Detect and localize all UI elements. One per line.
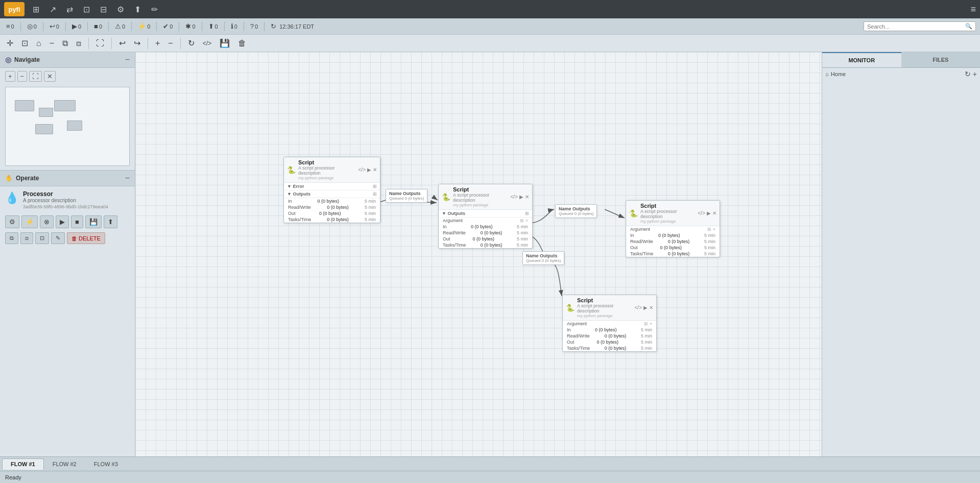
files-path: ⌂ Home	[825, 71, 846, 77]
view-action-btn[interactable]: ⊡	[35, 232, 49, 244]
tool-separator	[88, 38, 89, 49]
flow-node-4[interactable]: 🐍 Script A script processor description …	[562, 295, 657, 352]
delete-tool-btn[interactable]: 🗑	[235, 37, 249, 50]
node2-close-btn[interactable]: ✕	[525, 194, 529, 200]
refresh-tool-btn[interactable]: ↻	[185, 37, 197, 50]
save-tool-btn[interactable]: 💾	[217, 37, 232, 50]
node1-python-icon: 🐍	[287, 166, 296, 174]
processor-icon: 💧	[5, 191, 19, 205]
hamburger-button[interactable]: ≡	[970, 4, 976, 15]
flow-node-3[interactable]: 🐍 Script A script processor description …	[626, 200, 720, 257]
zoom-out-btn[interactable]: −	[17, 71, 28, 82]
node3-play-btn[interactable]: ▶	[707, 210, 711, 216]
node3-code-btn[interactable]: </>	[698, 210, 705, 216]
add-tool-btn[interactable]: +	[153, 37, 162, 50]
nav-btn-4[interactable]: ⊡	[81, 4, 92, 15]
node1-code-btn[interactable]: </>	[358, 167, 366, 173]
node1-close-btn[interactable]: ✕	[373, 167, 377, 173]
divider	[20, 22, 21, 31]
select-tool-btn[interactable]: ⊡	[19, 37, 31, 50]
node3-title: Script	[640, 203, 698, 209]
nav-btn-5[interactable]: ⊟	[98, 4, 109, 15]
node1-outputs-section: ▼ Outputs ⊞	[284, 190, 380, 198]
move-tool-btn[interactable]: ✛	[4, 37, 16, 50]
node2-row-rw: Read/Write 0 (0 bytes) 5 min	[439, 230, 532, 236]
stat-warn: ⚠ 0	[113, 22, 127, 30]
home-tool-btn[interactable]: ⌂	[34, 37, 44, 50]
node4-pkg: my python package	[577, 313, 635, 318]
node4-code-btn[interactable]: </>	[635, 305, 642, 310]
center-btn[interactable]: ✕	[44, 71, 56, 82]
node4-header: 🐍 Script A script processor description …	[563, 295, 656, 321]
app-logo: pyfi	[4, 2, 25, 16]
play-op-btn[interactable]: ▶	[56, 215, 69, 228]
tool-separator4	[180, 38, 181, 49]
tool-separator3	[148, 38, 148, 49]
navigate-minimize-btn[interactable]: −	[125, 55, 130, 64]
stat-play: ▶ 0	[70, 22, 83, 30]
nav-btn-8[interactable]: ✏	[149, 4, 160, 15]
node3-row-in: In 0 (0 bytes) 5 min	[626, 232, 720, 238]
nav-btn-2[interactable]: ↗	[47, 4, 58, 15]
refresh-time-icon: ↻	[271, 22, 276, 30]
fit-tool-btn[interactable]: ⛶	[93, 37, 107, 50]
node1-row-in: In 0 (0 bytes) 5 min	[284, 198, 380, 204]
node2-title: Script	[453, 186, 511, 192]
stat-check-value: 0	[170, 23, 173, 30]
edit-action-btn[interactable]: ✎	[51, 232, 65, 244]
files-refresh-btn[interactable]: ↻	[965, 70, 971, 78]
upload-icon: ⬆	[208, 22, 214, 30]
copy-tool-btn[interactable]: ⧉	[60, 37, 70, 50]
operate-minimize-btn[interactable]: −	[125, 174, 130, 183]
redo-tool-btn[interactable]: ↪	[131, 37, 143, 50]
navigate-panel: ◎ Navigate − + − ⛶ ✕	[0, 52, 135, 171]
minus-tool-btn[interactable]: −	[165, 37, 175, 50]
navigate-label: Navigate	[14, 56, 40, 63]
node4-title: Script	[577, 297, 635, 303]
paste-action-btn[interactable]: ⧈	[20, 232, 33, 244]
stat-info-value: 0	[234, 23, 237, 30]
node2-play-btn[interactable]: ▶	[519, 194, 523, 200]
node1-pkg: my python package	[298, 176, 358, 180]
flow-node-2[interactable]: 🐍 Script A script processor description …	[438, 184, 533, 249]
settings-btn[interactable]: ⚙	[5, 215, 19, 228]
nav-btn-3[interactable]: ⇄	[64, 4, 75, 15]
canvas[interactable]: 🐍 Script A script processor description …	[135, 52, 822, 456]
tab-flow-2[interactable]: FLOW #2	[44, 458, 85, 470]
nav-btn-6[interactable]: ⚙	[115, 4, 126, 15]
node4-play-btn[interactable]: ▶	[643, 305, 648, 310]
files-add-btn[interactable]: +	[973, 70, 977, 78]
third-toolbar: ✛ ⊡ ⌂ − ⧉ ⧈ ⛶ ↩ ↪ + − ↻ </> 💾 🗑	[0, 35, 980, 52]
tab-flow-3[interactable]: FLOW #3	[85, 458, 127, 470]
zoom-in-btn[interactable]: +	[5, 71, 15, 82]
paste-tool-btn[interactable]: ⧈	[74, 37, 84, 50]
node1-play-btn[interactable]: ▶	[367, 167, 371, 173]
search-container[interactable]: 🔍	[864, 21, 976, 31]
node2-code-btn[interactable]: </>	[511, 194, 518, 200]
stat-stop: ■ 0	[92, 22, 104, 30]
nav-btn-7[interactable]: ⬆	[132, 4, 143, 15]
tab-flow-1[interactable]: FLOW #1	[2, 458, 44, 470]
fit-view-btn[interactable]: ⛶	[29, 71, 42, 82]
upload-op-btn[interactable]: ⬆	[104, 215, 117, 228]
node3-close-btn[interactable]: ✕	[712, 210, 716, 216]
copy-action-btn[interactable]: ⧉	[5, 232, 18, 244]
save-op-btn[interactable]: 💾	[85, 215, 102, 228]
tab-monitor[interactable]: MONITOR	[822, 52, 901, 67]
delete-action-btn[interactable]: 🗑 DELETE	[67, 232, 105, 244]
tab-files[interactable]: FILES	[901, 52, 981, 67]
node4-close-btn[interactable]: ✕	[649, 305, 653, 310]
minimap-node-3	[54, 100, 76, 111]
flow-node-1[interactable]: 🐍 Script A script processor description …	[283, 157, 380, 223]
undo-tool-btn[interactable]: ↩	[116, 37, 128, 50]
flash-btn[interactable]: ⚡	[21, 215, 38, 228]
remove-tool-btn[interactable]: −	[47, 37, 57, 50]
circle-icon: ◎	[27, 22, 33, 30]
code-tool-btn[interactable]: </>	[200, 38, 214, 49]
stop-op-btn[interactable]: ⊗	[40, 215, 54, 228]
halt-btn[interactable]: ■	[71, 215, 83, 228]
stat-flash: ⚡ 0	[136, 22, 152, 30]
processor-id: 3adf0e36-58f0-4896-9bd0-1bdc279eea04	[23, 204, 108, 209]
nav-btn-1[interactable]: ⊞	[31, 4, 41, 15]
search-input[interactable]	[867, 23, 965, 30]
